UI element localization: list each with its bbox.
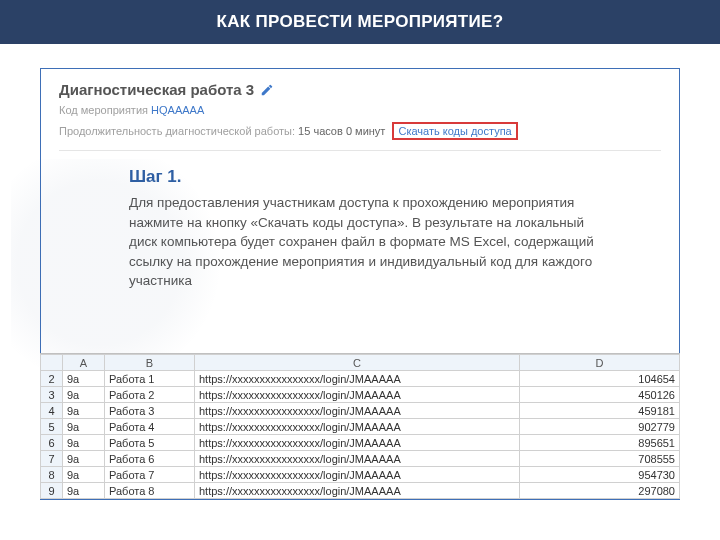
event-code-label: Код мероприятия (59, 104, 148, 116)
cell-a: 9a (63, 451, 105, 467)
cell-c: https://xxxxxxxxxxxxxxxx/login/JMAAAAA (195, 371, 520, 387)
cell-b: Работа 2 (105, 387, 195, 403)
step-title: Шаг 1. (129, 167, 601, 187)
cell-a: 9a (63, 403, 105, 419)
cell-b: Работа 8 (105, 483, 195, 499)
edit-icon[interactable] (260, 83, 274, 97)
row-number: 6 (41, 435, 63, 451)
row-number: 9 (41, 483, 63, 499)
event-code-row: Код мероприятия HQAAAAA (59, 104, 661, 116)
cell-a: 9a (63, 467, 105, 483)
spreadsheet-preview: A B C D 29aРабота 1https://xxxxxxxxxxxxx… (40, 353, 680, 499)
row-number: 5 (41, 419, 63, 435)
col-header-c: C (195, 355, 520, 371)
cell-a: 9a (63, 483, 105, 499)
cell-d: 450126 (520, 387, 680, 403)
cell-c: https://xxxxxxxxxxxxxxxx/login/JMAAAAA (195, 387, 520, 403)
spreadsheet-header-row: A B C D (41, 355, 680, 371)
cell-b: Работа 7 (105, 467, 195, 483)
row-number: 7 (41, 451, 63, 467)
row-number: 8 (41, 467, 63, 483)
cell-d: 708555 (520, 451, 680, 467)
diagnostic-title: Диагностическая работа 3 (59, 81, 254, 98)
diagnostic-panel: Диагностическая работа 3 Код мероприятия… (59, 81, 661, 151)
table-row: 99aРабота 8https://xxxxxxxxxxxxxxxx/logi… (41, 483, 680, 499)
cell-d: 104654 (520, 371, 680, 387)
duration-value: 15 часов 0 минут (298, 125, 385, 137)
cell-d: 902779 (520, 419, 680, 435)
diagnostic-title-row: Диагностическая работа 3 (59, 81, 274, 98)
cell-a: 9a (63, 419, 105, 435)
page-header: КАК ПРОВЕСТИ МЕРОПРИЯТИЕ? (0, 0, 720, 44)
cell-c: https://xxxxxxxxxxxxxxxx/login/JMAAAAA (195, 467, 520, 483)
cell-d: 895651 (520, 435, 680, 451)
table-row: 89aРабота 7https://xxxxxxxxxxxxxxxx/logi… (41, 467, 680, 483)
download-codes-link[interactable]: Скачать коды доступа (392, 122, 517, 140)
table-row: 29aРабота 1https://xxxxxxxxxxxxxxxx/logi… (41, 371, 680, 387)
cell-b: Работа 3 (105, 403, 195, 419)
table-row: 39aРабота 2https://xxxxxxxxxxxxxxxx/logi… (41, 387, 680, 403)
cell-d: 954730 (520, 467, 680, 483)
cell-c: https://xxxxxxxxxxxxxxxx/login/JMAAAAA (195, 419, 520, 435)
cell-a: 9a (63, 371, 105, 387)
col-header-d: D (520, 355, 680, 371)
table-row: 79aРабота 6https://xxxxxxxxxxxxxxxx/logi… (41, 451, 680, 467)
table-row: 49aРабота 3https://xxxxxxxxxxxxxxxx/logi… (41, 403, 680, 419)
page-title: КАК ПРОВЕСТИ МЕРОПРИЯТИЕ? (217, 12, 504, 32)
instruction-card: Диагностическая работа 3 Код мероприятия… (40, 68, 680, 500)
corner-cell (41, 355, 63, 371)
cell-a: 9a (63, 435, 105, 451)
row-number: 3 (41, 387, 63, 403)
step-body: Для предоставления участникам доступа к … (129, 193, 601, 291)
table-row: 69aРабота 5https://xxxxxxxxxxxxxxxx/logi… (41, 435, 680, 451)
col-header-a: A (63, 355, 105, 371)
spreadsheet-table: A B C D 29aРабота 1https://xxxxxxxxxxxxx… (40, 354, 680, 499)
row-number: 2 (41, 371, 63, 387)
table-row: 59aРабота 4https://xxxxxxxxxxxxxxxx/logi… (41, 419, 680, 435)
cell-b: Работа 6 (105, 451, 195, 467)
cell-c: https://xxxxxxxxxxxxxxxx/login/JMAAAAA (195, 483, 520, 499)
cell-b: Работа 1 (105, 371, 195, 387)
cell-c: https://xxxxxxxxxxxxxxxx/login/JMAAAAA (195, 435, 520, 451)
cell-a: 9a (63, 387, 105, 403)
cell-d: 459181 (520, 403, 680, 419)
cell-c: https://xxxxxxxxxxxxxxxx/login/JMAAAAA (195, 451, 520, 467)
duration-row: Продолжительность диагностической работы… (59, 122, 661, 140)
cell-b: Работа 5 (105, 435, 195, 451)
cell-b: Работа 4 (105, 419, 195, 435)
row-number: 4 (41, 403, 63, 419)
cell-d: 297080 (520, 483, 680, 499)
step-block: Шаг 1. Для предоставления участникам дос… (129, 167, 601, 291)
col-header-b: B (105, 355, 195, 371)
cell-c: https://xxxxxxxxxxxxxxxx/login/JMAAAAA (195, 403, 520, 419)
event-code-value: HQAAAAA (151, 104, 204, 116)
duration-label: Продолжительность диагностической работы… (59, 125, 295, 137)
content-area: Диагностическая работа 3 Код мероприятия… (0, 44, 720, 500)
